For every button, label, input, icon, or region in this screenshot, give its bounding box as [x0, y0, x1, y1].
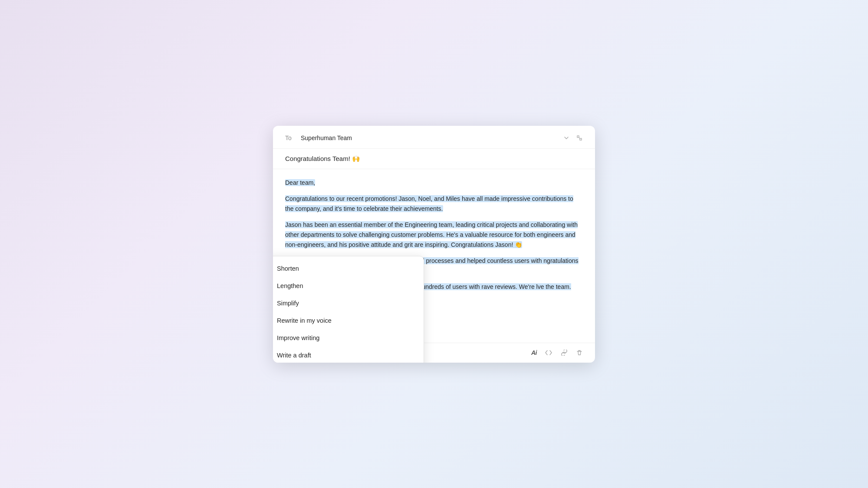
trash-icon[interactable]	[576, 349, 583, 356]
code-icon[interactable]	[545, 350, 552, 356]
compose-header: To Superhuman Team	[273, 126, 595, 149]
svg-line-2	[579, 138, 580, 138]
dropdown-item-rewrite[interactable]: Rewrite in my voice	[273, 312, 424, 329]
body-greeting: Dear team,	[285, 179, 315, 186]
body-para2: Jason has been an essential member of th…	[285, 221, 578, 248]
svg-rect-0	[577, 136, 579, 138]
body-para2-row: Jason has been an essential member of th…	[285, 220, 583, 250]
to-label: To	[285, 134, 296, 141]
maximize-icon[interactable]	[576, 134, 583, 141]
compose-body[interactable]: Dear team, Congratulations to our recent…	[273, 169, 595, 343]
dropdown-item-draft[interactable]: Write a draft	[273, 347, 424, 363]
compose-window: To Superhuman Team Congratulations Team!…	[273, 126, 595, 363]
ai-dropdown: Shorten Lengthen Simplify Rewrite in my …	[273, 256, 424, 363]
link-icon[interactable]	[560, 350, 568, 356]
svg-rect-1	[580, 138, 582, 140]
header-icons	[563, 134, 583, 141]
to-value: Superhuman Team	[301, 134, 558, 141]
body-greeting-row: Dear team,	[285, 178, 583, 188]
body-para1-row: Congratulations to our recent promotions…	[285, 194, 583, 214]
subject-text: Congratulations Team! 🙌	[285, 155, 360, 162]
footer-actions-right: Ai	[531, 349, 583, 356]
dropdown-item-lengthen[interactable]: Lengthen	[273, 277, 424, 295]
subject-row: Congratulations Team! 🙌	[273, 149, 595, 169]
dropdown-item-improve[interactable]: Improve writing	[273, 329, 424, 347]
dropdown-item-shorten[interactable]: Shorten	[273, 260, 424, 277]
dropdown-items-list: Shorten Lengthen Simplify Rewrite in my …	[273, 256, 424, 363]
chevron-down-icon[interactable]	[563, 134, 570, 141]
dropdown-item-simplify[interactable]: Simplify	[273, 295, 424, 312]
body-para1: Congratulations to our recent promotions…	[285, 195, 573, 212]
ai-button[interactable]: Ai	[531, 349, 537, 356]
